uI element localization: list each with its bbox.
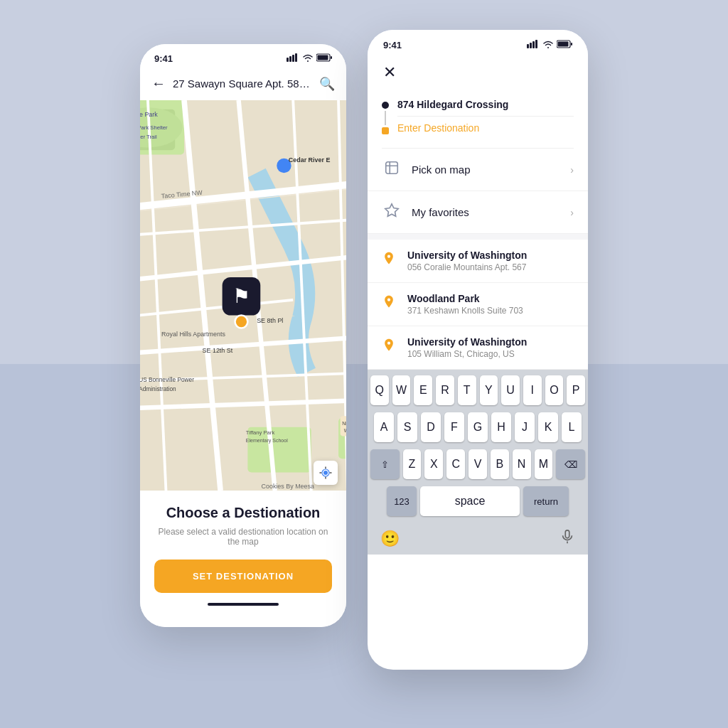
key-V[interactable]: V: [469, 449, 487, 479]
origin-field: 874 Hildegard Crossing: [397, 93, 574, 117]
svg-rect-3: [295, 53, 297, 62]
key-A[interactable]: A: [374, 412, 394, 442]
svg-text:⚑: ⚑: [232, 285, 250, 307]
location-button[interactable]: [314, 461, 338, 485]
phone1-time: 9:41: [154, 53, 173, 64]
phone2-status-bar: 9:41: [368, 30, 588, 58]
svg-rect-6: [331, 56, 332, 59]
star-icon: [382, 203, 402, 222]
close-button[interactable]: ✕: [368, 58, 588, 93]
svg-rect-2: [292, 55, 294, 62]
svg-text:Cookies By Meesa: Cookies By Meesa: [262, 483, 314, 490]
svg-point-48: [323, 471, 328, 475]
back-button[interactable]: ←: [151, 75, 166, 92]
svg-rect-55: [558, 42, 569, 47]
search-icon[interactable]: 🔍: [319, 76, 335, 92]
keyboard-row-1: Q W E R T Y U I O P: [370, 375, 585, 405]
key-J[interactable]: J: [515, 412, 535, 442]
battery-icon: [557, 40, 572, 50]
key-R[interactable]: R: [436, 375, 454, 405]
svg-text:Cedar River E: Cedar River E: [289, 156, 331, 164]
svg-text:Wood Craft: Wood Craft: [344, 428, 346, 433]
loc-name-1: Woodland Park: [407, 293, 574, 304]
svg-text:Nick's Special: Nick's Special: [342, 421, 346, 427]
key-S[interactable]: S: [397, 412, 417, 442]
key-E[interactable]: E: [414, 375, 432, 405]
phone2-time: 9:41: [383, 40, 402, 50]
key-Q[interactable]: Q: [370, 375, 389, 405]
key-G[interactable]: G: [468, 412, 488, 442]
route-inputs: 874 Hildegard Crossing Enter Destionatio…: [368, 93, 588, 148]
svg-text:Royal Hills Apartments: Royal Hills Apartments: [161, 331, 225, 338]
key-C[interactable]: C: [446, 449, 465, 479]
loc-name-0: University of Washington: [407, 250, 574, 261]
set-destination-button[interactable]: SET DESTIONATION: [154, 560, 332, 593]
key-Y[interactable]: Y: [480, 375, 498, 405]
emoji-icon[interactable]: 🙂: [380, 530, 400, 548]
svg-point-46: [235, 316, 248, 328]
my-favorites-label: My favorites: [412, 206, 560, 218]
numbers-key[interactable]: 123: [387, 486, 417, 516]
key-B[interactable]: B: [491, 449, 509, 479]
loc-name-2: University of Washington: [407, 336, 574, 348]
delete-key[interactable]: ⌫: [556, 449, 585, 479]
key-M[interactable]: M: [535, 449, 553, 479]
battery-icon: [316, 53, 332, 64]
location-item-0[interactable]: University of Washington 056 Coralie Mou…: [368, 240, 588, 283]
svg-text:Tiffany Park: Tiffany Park: [246, 429, 275, 436]
phone2-status-icons: [527, 40, 572, 50]
location-pin-icon-2: [382, 338, 397, 357]
loc-info-2: University of Washington 105 William St,…: [407, 336, 574, 359]
key-D[interactable]: D: [421, 412, 441, 442]
wifi-icon: [542, 40, 554, 50]
svg-rect-52: [532, 41, 535, 48]
my-favorites-option[interactable]: My favorites ›: [368, 191, 588, 234]
phone1-bottom: Choose a Destionation Please select a va…: [140, 491, 346, 627]
svg-rect-0: [287, 58, 289, 62]
key-N[interactable]: N: [513, 449, 531, 479]
route-line: [385, 111, 386, 125]
pick-on-map-option[interactable]: Pick on map ›: [368, 149, 588, 191]
key-H[interactable]: H: [491, 412, 511, 442]
svg-point-60: [387, 299, 390, 301]
destination-field[interactable]: Enter Destionation: [397, 117, 574, 139]
key-F[interactable]: F: [444, 412, 464, 442]
key-T[interactable]: T: [458, 375, 476, 405]
signal-icon: [527, 40, 540, 50]
location-item-2[interactable]: University of Washington 105 William St,…: [368, 326, 588, 370]
chevron-icon: ›: [570, 207, 574, 218]
key-Z[interactable]: Z: [403, 449, 422, 479]
svg-text:US Bonneville Power: US Bonneville Power: [140, 376, 194, 383]
keyboard-accessory: 🙂: [370, 523, 585, 555]
header-address: 27 Sawayn Square Apt. 585...: [173, 77, 312, 90]
pick-on-map-label: Pick on map: [412, 164, 560, 176]
phone1-status-icons: [287, 53, 332, 64]
phone1-header: ← 27 Sawayn Square Apt. 585... 🔍: [140, 70, 346, 100]
key-P[interactable]: P: [567, 375, 585, 405]
shift-key[interactable]: ⇧: [370, 449, 400, 479]
space-key[interactable]: space: [420, 486, 520, 516]
location-pin-icon-0: [382, 251, 397, 270]
key-U[interactable]: U: [501, 375, 520, 405]
location-item-1[interactable]: Woodland Park 371 Keshawn Knolls Suite 7…: [368, 283, 588, 326]
section-gap: [368, 234, 588, 240]
microphone-icon[interactable]: [560, 529, 575, 549]
svg-text:Administration: Administration: [140, 385, 176, 392]
key-K[interactable]: K: [538, 412, 558, 442]
origin-dot: [382, 102, 389, 109]
return-key[interactable]: return: [523, 486, 569, 516]
loc-addr-0: 056 Coralie Mountains Apt. 567: [407, 262, 574, 272]
keyboard-row-3: ⇧ Z X C V B N M ⌫: [370, 449, 585, 479]
svg-rect-56: [571, 43, 572, 46]
svg-rect-50: [527, 44, 529, 48]
key-W[interactable]: W: [392, 375, 411, 405]
key-X[interactable]: X: [424, 449, 443, 479]
map-area: Roadside Park Outlying Park Shelter Ceda…: [140, 100, 346, 491]
key-L[interactable]: L: [562, 412, 582, 442]
key-I[interactable]: I: [523, 375, 542, 405]
svg-text:SE 12th St: SE 12th St: [203, 347, 233, 354]
svg-text:Cedar River Trail: Cedar River Trail: [140, 134, 157, 140]
svg-rect-57: [386, 162, 398, 174]
svg-rect-51: [530, 43, 532, 48]
key-O[interactable]: O: [545, 375, 564, 405]
